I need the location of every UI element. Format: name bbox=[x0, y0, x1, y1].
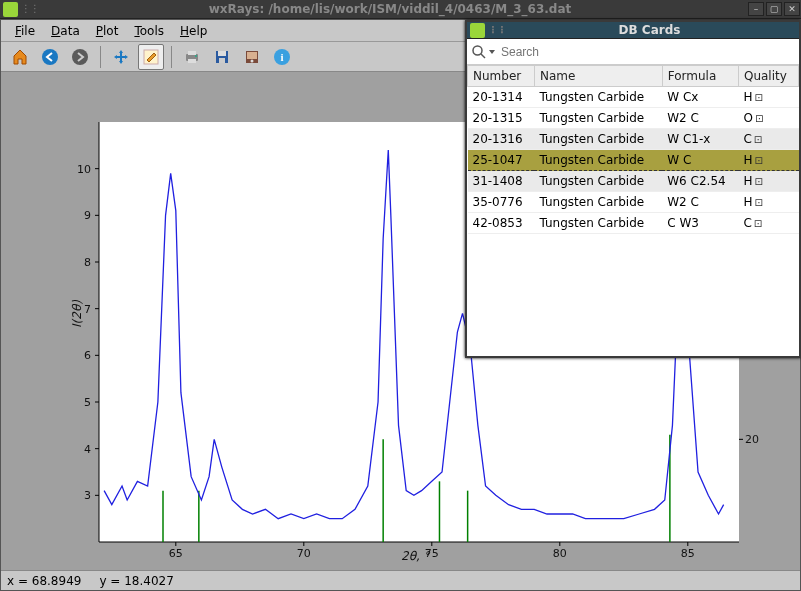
cell-formula: W2 C bbox=[662, 192, 738, 213]
cell-number: 35-0776 bbox=[468, 192, 535, 213]
svg-point-1 bbox=[42, 49, 58, 65]
save-button[interactable] bbox=[209, 44, 235, 70]
svg-rect-10 bbox=[219, 58, 225, 63]
menu-tools[interactable]: Tools bbox=[126, 22, 172, 40]
forward-icon bbox=[71, 48, 89, 66]
col-number[interactable]: Number bbox=[468, 66, 535, 87]
menu-data[interactable]: Data bbox=[43, 22, 88, 40]
cell-name: Tungsten Carbide bbox=[534, 87, 662, 108]
cell-number: 20-1314 bbox=[468, 87, 535, 108]
window-title: wxRays: /home/lis/work/ISM/viddil_4/0463… bbox=[33, 2, 747, 16]
table-row[interactable]: 31-1408Tungsten CarbideW6 C2.54H bbox=[468, 171, 799, 192]
cell-quality: H bbox=[738, 192, 798, 213]
table-row[interactable]: 20-1316Tungsten CarbideW C1-xC bbox=[468, 129, 799, 150]
svg-text:3: 3 bbox=[84, 489, 91, 502]
svg-point-7 bbox=[195, 55, 197, 57]
table-row[interactable]: 20-1314Tungsten CarbideW CxH bbox=[468, 87, 799, 108]
cell-number: 20-1315 bbox=[468, 108, 535, 129]
svg-text:4: 4 bbox=[84, 443, 91, 456]
x-axis-label: 2θ, ° bbox=[401, 549, 430, 563]
info-button[interactable]: i bbox=[269, 44, 295, 70]
db-table[interactable]: Number Name Formula Quality 20-1314Tungs… bbox=[467, 65, 799, 356]
cell-quality: H bbox=[738, 171, 798, 192]
table-row[interactable]: 25-1047Tungsten CarbideW CH bbox=[468, 150, 799, 171]
save-icon bbox=[213, 48, 231, 66]
printer-icon bbox=[183, 48, 201, 66]
cell-quality: O bbox=[738, 108, 798, 129]
status-y: y = 18.4027 bbox=[99, 574, 173, 588]
cell-quality: C bbox=[738, 213, 798, 234]
status-x: x = 68.8949 bbox=[7, 574, 81, 588]
table-row[interactable]: 42-0853Tungsten CarbideC W3C bbox=[468, 213, 799, 234]
cell-number: 31-1408 bbox=[468, 171, 535, 192]
svg-rect-5 bbox=[188, 51, 196, 55]
col-formula[interactable]: Formula bbox=[662, 66, 738, 87]
maximize-button[interactable]: ▢ bbox=[766, 2, 782, 16]
cell-name: Tungsten Carbide bbox=[534, 150, 662, 171]
svg-text:6: 6 bbox=[84, 349, 91, 362]
floppy-icon bbox=[243, 48, 261, 66]
edit-icon bbox=[142, 48, 160, 66]
home-icon bbox=[11, 48, 29, 66]
cell-formula: W C1-x bbox=[662, 129, 738, 150]
svg-text:70: 70 bbox=[297, 547, 311, 560]
pan-button[interactable] bbox=[108, 44, 134, 70]
db-titlebar[interactable]: ⋮⋮ DB Cards bbox=[467, 22, 799, 39]
search-input[interactable] bbox=[497, 43, 795, 61]
svg-text:80: 80 bbox=[553, 547, 567, 560]
minimize-button[interactable]: – bbox=[748, 2, 764, 16]
move-icon bbox=[112, 48, 130, 66]
cell-name: Tungsten Carbide bbox=[534, 171, 662, 192]
search-bar bbox=[467, 39, 799, 65]
db-cards-window[interactable]: ⋮⋮ DB Cards Number Name Formula Quality … bbox=[465, 20, 801, 358]
cell-name: Tungsten Carbide bbox=[534, 108, 662, 129]
menu-plot[interactable]: Plot bbox=[88, 22, 127, 40]
wm-grip-icon[interactable]: ⋮⋮ bbox=[21, 3, 33, 15]
search-icon[interactable] bbox=[471, 44, 487, 60]
y-axis-label: I(2θ) bbox=[70, 300, 84, 328]
svg-text:20: 20 bbox=[745, 433, 759, 446]
cell-quality: C bbox=[738, 129, 798, 150]
svg-text:85: 85 bbox=[681, 547, 695, 560]
back-icon bbox=[41, 48, 59, 66]
svg-point-2 bbox=[72, 49, 88, 65]
wm-grip-icon[interactable]: ⋮⋮ bbox=[488, 24, 500, 36]
svg-point-53 bbox=[473, 46, 482, 55]
separator bbox=[100, 46, 101, 68]
cell-formula: W6 C2.54 bbox=[662, 171, 738, 192]
col-quality[interactable]: Quality bbox=[738, 66, 798, 87]
db-title: DB Cards bbox=[500, 23, 799, 37]
cell-formula: W2 C bbox=[662, 108, 738, 129]
copy-button[interactable] bbox=[239, 44, 265, 70]
forward-button[interactable] bbox=[67, 44, 93, 70]
cell-quality: H bbox=[738, 87, 798, 108]
separator bbox=[171, 46, 172, 68]
table-header-row: Number Name Formula Quality bbox=[468, 66, 799, 87]
table-row[interactable]: 20-1315Tungsten CarbideW2 CO bbox=[468, 108, 799, 129]
table-row[interactable]: 35-0776Tungsten CarbideW2 CH bbox=[468, 192, 799, 213]
svg-rect-12 bbox=[247, 52, 257, 59]
svg-text:8: 8 bbox=[84, 256, 91, 269]
dropdown-icon[interactable] bbox=[487, 44, 497, 60]
menu-help[interactable]: Help bbox=[172, 22, 215, 40]
menu-file[interactable]: File bbox=[7, 22, 43, 40]
svg-text:65: 65 bbox=[169, 547, 183, 560]
configure-button[interactable] bbox=[179, 44, 205, 70]
back-button[interactable] bbox=[37, 44, 63, 70]
cell-formula: W C bbox=[662, 150, 738, 171]
svg-line-54 bbox=[481, 54, 485, 58]
cell-formula: W Cx bbox=[662, 87, 738, 108]
svg-marker-0 bbox=[14, 50, 26, 64]
home-button[interactable] bbox=[7, 44, 33, 70]
cell-number: 42-0853 bbox=[468, 213, 535, 234]
cell-name: Tungsten Carbide bbox=[534, 213, 662, 234]
svg-rect-6 bbox=[188, 59, 196, 63]
col-name[interactable]: Name bbox=[534, 66, 662, 87]
cell-number: 20-1316 bbox=[468, 129, 535, 150]
svg-text:i: i bbox=[280, 51, 283, 63]
cell-number: 25-1047 bbox=[468, 150, 535, 171]
edit-button[interactable] bbox=[138, 44, 164, 70]
app-icon bbox=[470, 23, 485, 38]
cell-name: Tungsten Carbide bbox=[534, 129, 662, 150]
close-button[interactable]: ✕ bbox=[784, 2, 800, 16]
